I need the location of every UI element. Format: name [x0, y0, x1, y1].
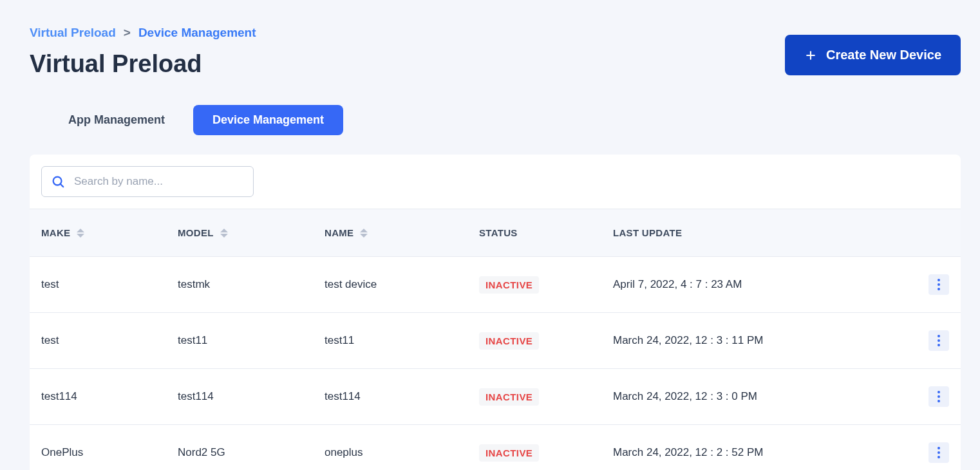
cell-model: testmk [178, 278, 325, 291]
cell-actions [904, 330, 949, 351]
table-row: testtest11test11INACTIVEMarch 24, 2022, … [30, 313, 961, 369]
page-title: Virtual Preload [30, 50, 256, 78]
table-row: test114test114test114INACTIVEMarch 24, 2… [30, 369, 961, 425]
breadcrumb: Virtual Preload > Device Management [30, 26, 256, 40]
row-actions-button[interactable] [928, 386, 949, 407]
sort-down-icon [220, 234, 228, 238]
row-actions-button[interactable] [928, 330, 949, 351]
svg-point-12 [938, 400, 940, 402]
cell-model: test11 [178, 334, 325, 347]
cell-make: OnePlus [41, 446, 178, 459]
more-vertical-icon [938, 279, 940, 290]
status-badge: INACTIVE [479, 332, 539, 350]
more-vertical-icon [938, 447, 940, 458]
cell-name: oneplus [325, 446, 479, 459]
svg-point-9 [938, 344, 940, 346]
sort-up-icon [77, 229, 84, 232]
sort-toggle-make[interactable] [77, 229, 84, 238]
cell-status: INACTIVE [479, 388, 613, 406]
column-label: MODEL [178, 227, 214, 238]
cell-make: test [41, 278, 178, 291]
svg-point-8 [938, 339, 940, 342]
svg-point-6 [938, 288, 940, 290]
cell-last-update: March 24, 2022, 12 : 3 : 11 PM [613, 334, 904, 347]
device-table-card: MAKE MODEL NAME [30, 155, 961, 470]
svg-line-3 [61, 184, 63, 187]
chevron-right-icon: > [124, 26, 131, 40]
column-header-name: NAME [325, 227, 479, 238]
cell-status: INACTIVE [479, 276, 613, 294]
cell-last-update: April 7, 2022, 4 : 7 : 23 AM [613, 278, 904, 291]
cell-model: test114 [178, 390, 325, 403]
column-label: NAME [325, 227, 353, 238]
row-actions-button[interactable] [928, 274, 949, 295]
svg-point-10 [938, 391, 940, 393]
more-vertical-icon [938, 335, 940, 346]
column-label: MAKE [41, 227, 70, 238]
svg-point-5 [938, 283, 940, 286]
sort-down-icon [360, 234, 368, 238]
column-label: STATUS [479, 227, 518, 238]
cell-model: Nord2 5G [178, 446, 325, 459]
cell-status: INACTIVE [479, 444, 613, 462]
column-label: LAST UPDATE [613, 227, 682, 238]
status-badge: INACTIVE [479, 388, 539, 406]
sort-down-icon [77, 234, 84, 238]
table-header-row: MAKE MODEL NAME [30, 209, 961, 257]
status-badge: INACTIVE [479, 444, 539, 462]
cell-actions [904, 442, 949, 463]
cell-last-update: March 24, 2022, 12 : 3 : 0 PM [613, 390, 904, 403]
search-box [41, 166, 254, 197]
column-header-last-update: LAST UPDATE [613, 227, 904, 238]
search-icon [51, 174, 65, 189]
row-actions-button[interactable] [928, 442, 949, 463]
cell-last-update: March 24, 2022, 12 : 2 : 52 PM [613, 446, 904, 459]
svg-point-7 [938, 335, 940, 337]
svg-point-15 [938, 456, 940, 458]
svg-point-4 [938, 279, 940, 281]
search-input[interactable] [74, 175, 244, 188]
cell-name: test114 [325, 390, 479, 403]
svg-point-13 [938, 447, 940, 449]
table-row: testtestmktest deviceINACTIVEApril 7, 20… [30, 257, 961, 313]
breadcrumb-root-link[interactable]: Virtual Preload [30, 26, 116, 40]
tabs: App Management Device Management [49, 105, 961, 135]
cell-name: test11 [325, 334, 479, 347]
cell-make: test [41, 334, 178, 347]
tab-app-management[interactable]: App Management [49, 105, 184, 135]
create-button-label: Create New Device [826, 48, 941, 62]
sort-up-icon [360, 229, 368, 232]
cell-actions [904, 274, 949, 295]
svg-point-14 [938, 451, 940, 454]
sort-toggle-model[interactable] [220, 229, 228, 238]
table-row: OnePlusNord2 5GoneplusINACTIVEMarch 24, … [30, 425, 961, 470]
plus-icon [804, 49, 817, 62]
column-header-model: MODEL [178, 227, 325, 238]
more-vertical-icon [938, 391, 940, 402]
cell-name: test device [325, 278, 479, 291]
sort-up-icon [220, 229, 228, 232]
column-header-status: STATUS [479, 227, 613, 238]
tab-device-management[interactable]: Device Management [193, 105, 343, 135]
column-header-make: MAKE [41, 227, 178, 238]
status-badge: INACTIVE [479, 276, 539, 294]
cell-status: INACTIVE [479, 332, 613, 350]
create-new-device-button[interactable]: Create New Device [785, 35, 961, 75]
cell-make: test114 [41, 390, 178, 403]
sort-toggle-name[interactable] [360, 229, 368, 238]
svg-point-11 [938, 395, 940, 398]
cell-actions [904, 386, 949, 407]
breadcrumb-current: Device Management [138, 26, 256, 40]
